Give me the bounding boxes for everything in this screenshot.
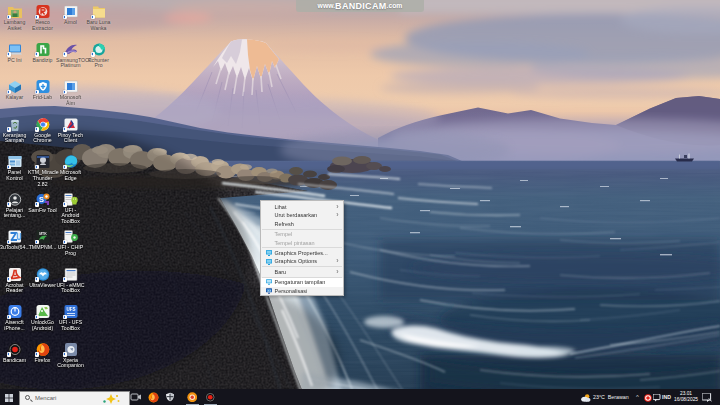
svg-text:MTK: MTK — [39, 232, 47, 236]
svg-text:UFS: UFS — [66, 307, 75, 312]
svg-text:S: S — [38, 194, 43, 203]
